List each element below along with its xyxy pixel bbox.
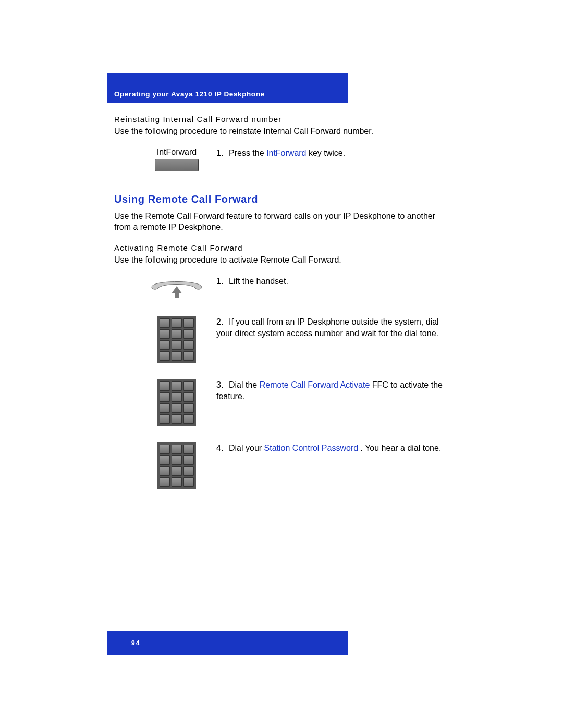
intro-reinstate: Use the following procedure to reinstate… (114, 126, 448, 137)
page-header-band: Operating your Avaya 1210 IP Deskphone (107, 73, 348, 103)
keypad-icon (114, 316, 213, 363)
intforward-label: IntForward (155, 147, 199, 157)
step-intforward-text: 1.Press the IntForward key twice. (213, 147, 448, 159)
step-text-part: Dial the (229, 380, 260, 389)
intro-activating: Use the following procedure to activate … (114, 254, 448, 266)
intforward-link: IntForward (266, 149, 306, 157)
step-text: If you call from an IP Deskphone outside… (216, 317, 439, 338)
step-intforward: IntForward 1.Press the IntForward key tw… (114, 147, 448, 171)
subheading-reinstate: Reinstating Internal Call Forward number (114, 115, 448, 124)
step-3: 3.Dial the Remote Call Forward Activate … (114, 379, 448, 426)
step-2: 2.If you call from an IP Deskphone outsi… (114, 316, 448, 363)
step-2-text: 2.If you call from an IP Deskphone outsi… (213, 316, 448, 339)
step-text-part: Press the (229, 149, 266, 157)
step-number: 2. (216, 316, 229, 328)
step-1: 1.Lift the handset. (114, 276, 448, 300)
softkey-icon (155, 159, 199, 171)
step-text-part: Dial your (229, 443, 264, 452)
step-3-text: 3.Dial the Remote Call Forward Activate … (213, 379, 448, 402)
up-arrow-icon (172, 286, 182, 293)
page-header-title: Operating your Avaya 1210 IP Deskphone (114, 90, 265, 98)
handset-icon (114, 276, 213, 300)
keypad-icon (114, 379, 213, 426)
step-number: 1. (216, 276, 229, 287)
scp-link: Station Control Password (264, 443, 359, 452)
step-1-text: 1.Lift the handset. (213, 276, 448, 287)
page-number: 94 (131, 639, 140, 647)
intforward-key-graphic: IntForward (114, 147, 213, 171)
rcf-activate-link: Remote Call Forward Activate (260, 380, 370, 389)
subheading-activating: Activating Remote Call Forward (114, 243, 448, 252)
step-4: 4.Dial your Station Control Password . Y… (114, 442, 448, 489)
step-text-part: key twice. (307, 149, 346, 157)
page-footer-band: 94 (107, 631, 348, 655)
step-text: Lift the handset. (229, 277, 288, 286)
intro-remote: Use the Remote Call Forward feature to f… (114, 211, 448, 233)
keypad-icon (114, 442, 213, 489)
step-text-part: . You hear a dial tone. (358, 443, 441, 452)
step-4-text: 4.Dial your Station Control Password . Y… (213, 442, 448, 454)
step-number: 3. (216, 379, 229, 391)
step-number: 1. (216, 147, 229, 159)
section-heading-remote: Using Remote Call Forward (114, 193, 448, 205)
step-number: 4. (216, 442, 229, 454)
page-content: Reinstating Internal Call Forward number… (114, 114, 448, 505)
